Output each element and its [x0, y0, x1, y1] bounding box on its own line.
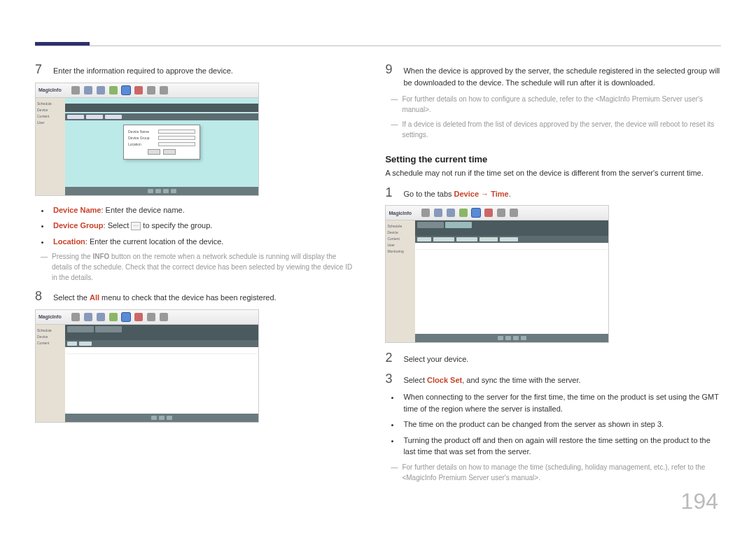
toolbar-icon — [134, 86, 143, 94]
arrow: → — [479, 190, 491, 198]
label: Device Group — [53, 221, 104, 230]
sidebar-item: Content — [37, 113, 64, 120]
text: : Select — [104, 221, 132, 230]
sidebar-item: Schedule — [387, 223, 414, 230]
toolbar-icon — [71, 86, 80, 94]
bottom-chip — [171, 189, 176, 193]
approval-popup: Device Name Device Group Location — [123, 125, 200, 160]
tab — [95, 326, 122, 332]
sidebar-item: Device — [37, 107, 64, 113]
step-number: 8 — [35, 290, 46, 304]
screenshot-approve-device: MagicInfo Schedule Device Content User — [35, 83, 259, 196]
screenshot-logo: MagicInfo — [388, 211, 412, 216]
step-text: Enter the information required to approv… — [53, 63, 233, 77]
label: Location — [53, 237, 85, 246]
screenshot-bottom-bar — [65, 187, 258, 195]
popup-input — [158, 142, 195, 146]
text: Select — [403, 376, 427, 384]
screenshot-main — [65, 325, 258, 422]
text: to specify the group. — [141, 221, 212, 230]
screenshot-columns-row — [415, 236, 608, 243]
toolbar-icon — [84, 86, 92, 94]
grid-head — [433, 237, 454, 241]
sidebar-item: Device — [37, 334, 64, 340]
toolbar-icon — [459, 209, 468, 217]
screenshot-main: Device Name Device Group Location — [65, 98, 258, 195]
step-text: When the device is approved by the serve… — [403, 63, 721, 88]
screenshot-btn — [105, 115, 122, 119]
text: : Enter the device name. — [102, 206, 185, 214]
screenshot-bottom-bar — [415, 334, 608, 342]
popup-input — [158, 129, 195, 134]
step-number: 9 — [385, 63, 396, 88]
left-column: 7 Enter the information required to appr… — [35, 42, 357, 487]
bottom-chip — [513, 336, 519, 340]
text: : Enter the current location of the devi… — [85, 237, 224, 246]
toolbar-icon — [434, 209, 442, 217]
time-bullets: When connecting to the server for the fi… — [400, 391, 721, 458]
device-info-bullets: Device Name: Enter the device name. Devi… — [50, 204, 357, 248]
text: menu to check that the device has been r… — [99, 293, 276, 302]
toolbar-icon — [160, 86, 168, 94]
popup-input — [158, 136, 195, 140]
bottom-chip — [151, 416, 157, 420]
bullet: Turning the product off and then on agai… — [400, 435, 721, 458]
screenshot-columns-row — [65, 340, 258, 347]
grid-head — [500, 237, 518, 241]
screenshot-btn — [67, 115, 84, 119]
screenshot-tabs — [65, 325, 258, 340]
screenshot-sidebar: Schedule Device Content — [36, 325, 65, 422]
section-title: Setting the current time — [385, 154, 721, 164]
screenshot-time-tab: MagicInfo Schedule Device Content User M… — [385, 205, 609, 343]
browse-button-icon: ⋯ — [131, 222, 141, 230]
bottom-chip — [163, 189, 169, 193]
tab-selected — [445, 222, 472, 228]
step-7: 7 Enter the information required to appr… — [35, 63, 357, 77]
popup-label: Device Name — [128, 129, 156, 134]
toolbar-icon — [109, 86, 118, 94]
screenshot-tabs — [415, 220, 608, 236]
screenshot-grid — [415, 243, 608, 334]
note-b: ― If a device is deleted from the list o… — [391, 119, 721, 140]
screenshot-toolbar: MagicInfo — [35, 309, 259, 325]
dash-icon: ― — [391, 462, 398, 483]
tab — [417, 222, 444, 228]
step-3: 3 Select Clock Set, and sync the time wi… — [385, 372, 721, 386]
toolbar-icon — [484, 209, 493, 217]
bullet-device-name: Device Name: Enter the device name. — [50, 204, 357, 216]
grid-head — [456, 237, 477, 241]
screenshot-header-strip — [65, 104, 258, 112]
sidebar-item: Device — [387, 230, 414, 236]
page-number: 194 — [681, 489, 718, 514]
screenshot-logo: MagicInfo — [38, 87, 62, 92]
sidebar-item: Monitoring — [387, 248, 414, 255]
toolbar-icon-selected — [122, 86, 130, 94]
toolbar-icon — [421, 209, 430, 217]
toolbar-icon — [147, 313, 155, 321]
grid-row — [416, 243, 607, 250]
toolbar-icon — [510, 209, 518, 217]
section-intro: A schedule may not run if the time set o… — [385, 167, 721, 179]
screenshot-body: Schedule Device Content User Monitoring — [385, 220, 609, 343]
toolbar-icon — [134, 313, 143, 321]
step-number: 3 — [385, 372, 396, 386]
grid-head — [479, 237, 498, 241]
sidebar-item: Content — [37, 340, 64, 346]
popup-label: Device Group — [128, 136, 156, 140]
sidebar-item: User — [37, 120, 64, 126]
step-text: Select Clock Set, and sync the time with… — [403, 372, 580, 386]
grid-head — [67, 342, 77, 346]
label: Device Name — [53, 206, 102, 214]
step-text: Select your device. — [403, 351, 468, 365]
screenshot-sidebar: Schedule Device Content User — [36, 98, 65, 195]
grid-row — [66, 347, 257, 354]
step-text: Select the All menu to check that the de… — [53, 290, 276, 304]
toolbar-icon — [447, 209, 455, 217]
bottom-chip — [167, 416, 172, 420]
toolbar-icon — [147, 86, 155, 94]
text: , and sync the time with the server. — [462, 376, 580, 384]
sidebar-item: Schedule — [37, 328, 64, 334]
step-number: 1 — [385, 186, 396, 200]
screenshot-registered-device: MagicInfo Schedule Device Content — [35, 309, 259, 423]
note-a: ― For further details on how to configur… — [391, 94, 721, 115]
